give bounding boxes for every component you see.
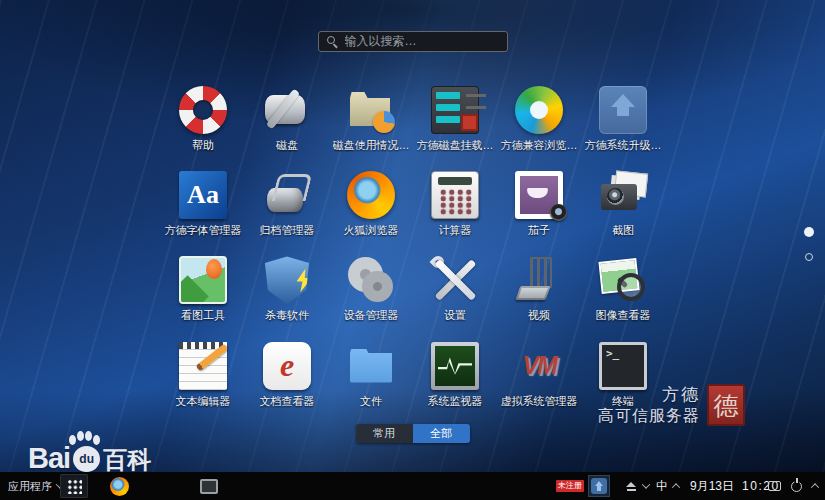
chevron-up-icon	[672, 483, 680, 491]
ime-label: 中	[656, 478, 668, 495]
taskbar-terminal-button[interactable]	[195, 474, 223, 498]
film-projector-icon	[515, 256, 563, 304]
app-label: 设备管理器	[344, 309, 399, 322]
upgrade-arrow-icon	[599, 86, 647, 134]
app-label: 磁盘	[276, 139, 298, 152]
evince-e-icon: e	[263, 342, 311, 390]
app-item-calculator[interactable]: 计算器	[413, 171, 497, 237]
app-item-settings[interactable]: 设置	[413, 256, 497, 322]
app-item-system-monitor[interactable]: 系统监视器	[413, 342, 497, 408]
app-item-files[interactable]: 文件	[329, 342, 413, 408]
page-dot-1[interactable]	[804, 227, 814, 237]
system-tray	[768, 472, 818, 500]
updater-arrow-icon	[591, 478, 607, 494]
picture-magnifier-icon	[599, 256, 647, 304]
app-item-image-tool[interactable]: 看图工具	[161, 256, 245, 322]
app-label: 系统监视器	[428, 395, 483, 408]
app-label: 图像查看器	[596, 309, 651, 322]
app-label: 文件	[360, 395, 382, 408]
app-label: 视频	[528, 309, 550, 322]
show-apps-grid-icon	[66, 478, 82, 494]
app-item-fangde-upgrade[interactable]: 方德系统升级…	[581, 86, 665, 152]
app-label: 归档管理器	[260, 224, 315, 237]
date-label: 9月13日	[690, 478, 734, 495]
app-label: 茄子	[528, 224, 550, 237]
disk-wrench-icon	[263, 86, 311, 134]
vm-letters-icon: VM	[515, 342, 563, 390]
app-label: 文档查看器	[260, 395, 315, 408]
chevron-up-icon[interactable]	[811, 483, 819, 491]
app-item-device-manager[interactable]: 设备管理器	[329, 256, 413, 322]
applications-menu[interactable]: 应用程序	[8, 472, 63, 500]
lifebuoy-icon	[179, 86, 227, 134]
app-item-fangde-mount[interactable]: 方德磁盘挂载…	[413, 86, 497, 152]
app-label: 帮助	[192, 139, 214, 152]
app-label: 磁盘使用情况…	[333, 139, 410, 152]
app-item-archive-manager[interactable]: 归档管理器	[245, 171, 329, 237]
app-grid: 帮助磁盘磁盘使用情况…方德磁盘挂载…方德兼容浏览…方德系统升级…Aa方德字体管理…	[161, 86, 665, 408]
taskbar-firefox-button[interactable]	[105, 474, 133, 498]
app-label: 杀毒软件	[265, 309, 309, 322]
vendor-slogan: 高可信服务器	[598, 406, 700, 427]
search-icon	[327, 36, 335, 44]
webcam-photo-icon	[515, 171, 563, 219]
app-item-cheese[interactable]: 茄子	[497, 171, 581, 237]
app-item-image-viewer[interactable]: 图像查看器	[581, 256, 665, 322]
calculator-icon	[431, 171, 479, 219]
taskbar-files-button[interactable]	[150, 474, 178, 498]
app-label: 设置	[444, 309, 466, 322]
vendor-watermark: 方德 高可信服务器 德	[598, 383, 745, 427]
camera-icon	[599, 171, 647, 219]
app-item-fangde-browser[interactable]: 方德兼容浏览…	[497, 86, 581, 152]
folder-piechart-icon	[347, 86, 395, 134]
folder-icon	[347, 342, 395, 390]
filter-all-button[interactable]: 全部	[413, 424, 470, 443]
font-aa-icon: Aa	[179, 171, 227, 219]
unregistered-badge: 未注册	[556, 472, 584, 500]
baidu-baike-watermark: Bai du 百科	[28, 444, 151, 473]
baidu-paw-icon: du	[73, 446, 100, 472]
monitor-pulse-icon	[431, 342, 479, 390]
app-item-firefox[interactable]: 火狐浏览器	[329, 171, 413, 237]
app-item-doc-viewer[interactable]: e文档查看器	[245, 342, 329, 408]
filter-frequent-button[interactable]: 常用	[356, 424, 413, 443]
app-item-text-editor[interactable]: 文本编辑器	[161, 342, 245, 408]
search-input[interactable]	[318, 31, 508, 52]
crossed-tools-icon	[431, 256, 479, 304]
app-label: 方德兼容浏览…	[501, 139, 578, 152]
firefox-icon	[347, 171, 395, 219]
app-item-disks[interactable]: 磁盘	[245, 86, 329, 152]
app-label: 虚拟系统管理器	[501, 395, 578, 408]
app-item-screenshot[interactable]: 截图	[581, 171, 665, 237]
firefox-icon	[110, 477, 129, 496]
archive-roller-icon	[263, 171, 311, 219]
app-label: 方德系统升级…	[585, 139, 662, 152]
taskbar-pinned-items	[60, 472, 223, 500]
app-item-vmm[interactable]: VM虚拟系统管理器	[497, 342, 581, 408]
filter-toggle: 常用 全部	[356, 424, 470, 443]
app-item-font-manager[interactable]: Aa方德字体管理器	[161, 171, 245, 237]
page-dot-2[interactable]	[805, 253, 813, 261]
removable-media-menu[interactable]	[626, 472, 649, 500]
picture-balloon-icon	[179, 256, 227, 304]
app-label: 文本编辑器	[176, 395, 231, 408]
shield-lightning-icon	[263, 256, 311, 304]
baike-text: 百科	[103, 447, 151, 473]
app-item-antivirus[interactable]: 杀毒软件	[245, 256, 329, 322]
clock[interactable]: 9月13日 10:20	[690, 472, 780, 500]
display-icon[interactable]	[768, 481, 781, 491]
app-label: 方德字体管理器	[165, 224, 242, 237]
power-icon[interactable]	[791, 481, 802, 492]
app-label: 火狐浏览器	[344, 224, 399, 237]
app-label: 看图工具	[181, 309, 225, 322]
taskbar-show-apps-button[interactable]	[60, 474, 88, 498]
app-item-videos[interactable]: 视频	[497, 256, 581, 322]
search-bar[interactable]	[318, 31, 508, 52]
app-item-help[interactable]: 帮助	[161, 86, 245, 152]
input-method-indicator[interactable]: 中	[656, 472, 679, 500]
app-label: 方德磁盘挂载…	[417, 139, 494, 152]
app-item-disk-usage[interactable]: 磁盘使用情况…	[329, 86, 413, 152]
vendor-name: 方德	[598, 383, 700, 406]
software-updater-button[interactable]	[588, 472, 610, 500]
terminal-icon	[200, 479, 218, 494]
